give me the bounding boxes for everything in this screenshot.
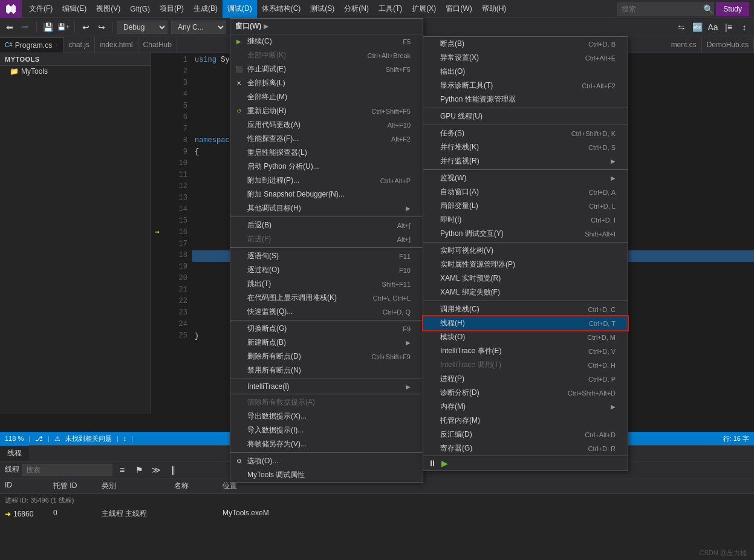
win-diag-analyze[interactable]: 诊断分析(D) Ctrl+Shift+Alt+D <box>423 386 628 400</box>
win-locals[interactable]: 局部变量(L) Ctrl+D, L <box>423 199 628 213</box>
win-autos[interactable]: 自动窗口(A) Ctrl+D, A <box>423 185 628 199</box>
panel-btn2[interactable]: ⚑ <box>132 463 146 477</box>
debug-import-tips[interactable]: 导入数据提示(I)... <box>230 423 423 437</box>
win-memory[interactable]: 内存(M) ▶ <box>423 400 628 414</box>
debug-restart[interactable]: ↺ 重新启动(R) Ctrl+Shift+F5 <box>230 104 423 118</box>
toolbar-r3[interactable]: Aa <box>706 20 720 34</box>
win-xaml-preview[interactable]: XAML 实时预览(R) <box>423 272 628 285</box>
win-modules[interactable]: 模块(O) Ctrl+D, M <box>423 330 628 344</box>
win-disassembly[interactable]: 反汇编(D) Ctrl+Alt+D <box>423 428 628 441</box>
toolbar-redo[interactable]: ↪ <box>94 20 109 34</box>
toolbar-save-all[interactable]: 💾+ <box>56 20 71 34</box>
menu-window[interactable]: 窗口(W) <box>441 0 476 18</box>
debug-step-out[interactable]: 跳出(T) Shift+F11 <box>230 277 423 291</box>
debug-options[interactable]: ⚙ 选项(O)... <box>230 454 423 468</box>
menu-file[interactable]: 文件(F) <box>24 0 57 18</box>
toolbar-r2[interactable]: 🔤 <box>690 20 704 34</box>
debug-profiler[interactable]: 性能探查器(F)... Alt+F2 <box>230 132 423 146</box>
search-input[interactable] <box>617 2 714 16</box>
debug-intellitrace[interactable]: IntelliTrace(I) ▶ <box>230 380 423 392</box>
win-processes[interactable]: 进程(P) Ctrl+D, P <box>423 372 628 386</box>
tab-program-cs[interactable]: C# Program.cs ⬝ <box>0 37 63 53</box>
debug-new-bp[interactable]: 新建断点(B) ▶ <box>230 336 423 350</box>
win-python-perf[interactable]: Python 性能资源管理器 <box>423 93 628 106</box>
debug-disable-bp[interactable]: 禁用所有断点(N) <box>230 363 423 377</box>
menu-debug[interactable]: 调试(D) <box>223 0 257 18</box>
menu-arch[interactable]: 体系结构(C) <box>257 0 306 18</box>
toolbar-r1[interactable]: ⇋ <box>674 20 689 34</box>
panel-btn3[interactable]: ≫ <box>149 463 163 477</box>
tab-ment-cs[interactable]: ment.cs <box>666 37 702 53</box>
panel-btn1[interactable]: ≡ <box>115 463 129 477</box>
sidebar-mytools[interactable]: 📁 MyTools <box>0 66 151 77</box>
debug-apply-changes[interactable]: 应用代码更改(A) Alt+F10 <box>230 118 423 132</box>
debug-restart-profiler[interactable]: 重启性能探查器(L) <box>230 146 423 160</box>
win-exceptions[interactable]: 异常设置(X) Ctrl+Alt+E <box>423 51 628 65</box>
debug-menu-windows[interactable]: 窗口(W) ▶ <box>230 19 423 34</box>
tab-demohub-cs[interactable]: DemoHub.cs <box>702 37 754 53</box>
win-output[interactable]: 输出(O) <box>423 65 628 79</box>
win-registers[interactable]: 寄存器(G) Ctrl+D, R <box>423 441 628 455</box>
win-threads[interactable]: 线程(H) Ctrl+D, T <box>423 316 628 330</box>
debug-other-targets[interactable]: 其他调试目标(H) ▶ <box>230 201 423 215</box>
win-gpu-threads[interactable]: GPU 线程(U) <box>423 109 628 123</box>
debug-detach[interactable]: ✕ 全部拆离(L) <box>230 76 423 90</box>
win-parallel-watch[interactable]: 并行监视(R) ▶ <box>423 154 628 168</box>
menu-build[interactable]: 生成(B) <box>189 0 223 18</box>
debug-save-frame[interactable]: 将帧储另存为(V)... <box>230 437 423 451</box>
platform-dropdown[interactable]: Any C... <box>171 21 226 34</box>
debug-step-into[interactable]: 逐语句(S) F11 <box>230 249 423 263</box>
tab-close-program-cs[interactable]: ⬝ <box>54 42 58 48</box>
tab-index-html[interactable]: index.html <box>95 37 138 53</box>
win-call-stack[interactable]: 调用堆栈(C) Ctrl+D, C <box>423 302 628 316</box>
debug-back[interactable]: 后退(B) Alt+[ <box>230 218 423 232</box>
debug-quick-watch[interactable]: 快速监视(Q)... Ctrl+D, Q <box>230 305 423 319</box>
panel-btn4[interactable]: ‖ <box>166 463 180 477</box>
win-immediate[interactable]: 即时(I) Ctrl+D, I <box>423 213 628 227</box>
debug-snapshot[interactable]: 附加 Snapshot Debugger(N)... <box>230 187 423 201</box>
debug-terminate[interactable]: 全部终止(M) <box>230 90 423 104</box>
menu-test[interactable]: 测试(S) <box>305 0 339 18</box>
win-diag-tools[interactable]: 显示诊断工具(T) Ctrl+Alt+F2 <box>423 79 628 93</box>
toolbar-save[interactable]: 💾 <box>41 20 55 34</box>
debug-config-dropdown[interactable]: Debug <box>117 21 167 34</box>
menu-help[interactable]: 帮助(H) <box>477 0 512 18</box>
menu-view[interactable]: 视图(V) <box>91 0 125 18</box>
debug-attach[interactable]: 附加到进程(P)... Ctrl+Alt+P <box>230 174 423 187</box>
win-live-visual-tree[interactable]: 实时可视化树(V) <box>423 244 628 258</box>
study-button[interactable]: Study <box>716 2 749 16</box>
panel-search-input[interactable] <box>22 464 112 476</box>
toolbar-r5[interactable]: ↕ <box>737 20 752 34</box>
win-intellitrace-events[interactable]: IntelliTrace 事件(E) Ctrl+D, V <box>423 344 628 358</box>
debug-export-tips[interactable]: 导出数据提示(X)... <box>230 409 423 423</box>
win-breakpoints[interactable]: 断点(B) Ctrl+D, B <box>423 37 628 51</box>
thread-row-0[interactable]: ➜ 16860 0 主线程 主线程 MyTools.exeM <box>0 507 754 521</box>
toolbar-back[interactable]: ⬅ <box>2 20 17 34</box>
tab-chat-js[interactable]: chat.js <box>63 37 95 53</box>
toolbar-r4[interactable]: |≡ <box>721 20 736 34</box>
debug-python-analyze[interactable]: 启动 Python 分析(U)... <box>230 160 423 174</box>
menu-git[interactable]: Git(G) <box>125 0 155 18</box>
menu-analyze[interactable]: 分析(N) <box>339 0 374 18</box>
debug-stop[interactable]: ⬛ 停止调试(E) Shift+F5 <box>230 62 423 76</box>
win-watch[interactable]: 监视(W) ▶ <box>423 171 628 185</box>
toolbar-forward[interactable]: ⮕ <box>18 20 33 34</box>
debug-delete-bp[interactable]: 删除所有断点(D) Ctrl+Shift+F9 <box>230 350 423 363</box>
tab-chathub[interactable]: ChatHub <box>138 37 177 53</box>
menu-edit[interactable]: 编辑(E) <box>57 0 91 18</box>
debug-toggle-bp[interactable]: 切换断点(G) F9 <box>230 322 423 336</box>
debug-continue[interactable]: ▶ 继续(C) F5 <box>230 34 423 48</box>
win-parallel-stacks[interactable]: 并行堆栈(K) Ctrl+D, S <box>423 140 628 154</box>
debug-mytools-props[interactable]: MyTools 调试属性 <box>230 468 423 482</box>
menu-project[interactable]: 项目(P) <box>155 0 189 18</box>
menu-tools[interactable]: 工具(T) <box>374 0 407 18</box>
win-xaml-binding[interactable]: XAML 绑定失败(F) <box>423 285 628 299</box>
debug-step-over[interactable]: 逐过程(O) F10 <box>230 263 423 277</box>
panel-tab-threads[interactable]: 线程 <box>0 445 29 461</box>
win-live-props[interactable]: 实时属性资源管理器(P) <box>423 258 628 272</box>
win-python-debug[interactable]: Python 调试交互(Y) Shift+Alt+I <box>423 227 628 241</box>
toolbar-undo[interactable]: ↩ <box>79 20 93 34</box>
menu-extensions[interactable]: 扩展(X) <box>407 0 441 18</box>
win-tasks[interactable]: 任务(S) Ctrl+Shift+D, K <box>423 126 628 140</box>
debug-show-call[interactable]: 在代码图上显示调用堆栈(K) Ctrl+\, Ctrl+L <box>230 291 423 305</box>
